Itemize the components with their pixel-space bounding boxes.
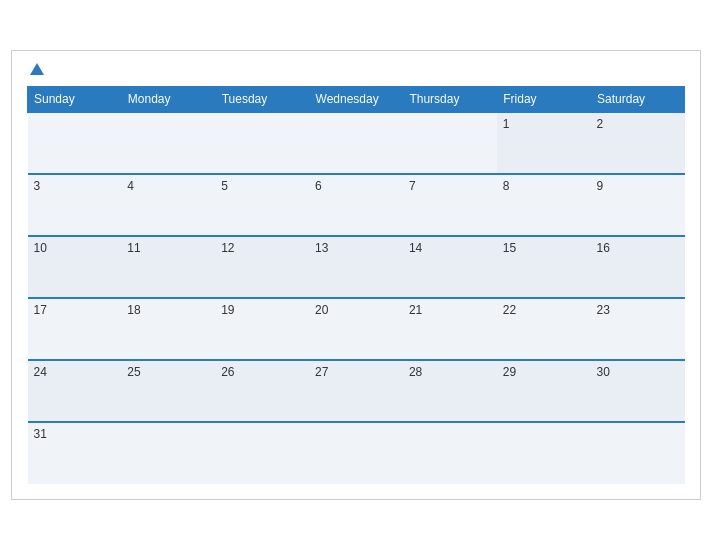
day-number: 9: [597, 179, 604, 193]
calendar-cell: 19: [215, 298, 309, 360]
day-number: 15: [503, 241, 516, 255]
calendar-cell: [591, 422, 685, 484]
calendar-cell: 24: [28, 360, 122, 422]
calendar-cell: 3: [28, 174, 122, 236]
calendar-cell: 29: [497, 360, 591, 422]
week-row-3: 10111213141516: [28, 236, 685, 298]
calendar-cell: 17: [28, 298, 122, 360]
day-number: 16: [597, 241, 610, 255]
weekday-header-saturday: Saturday: [591, 87, 685, 113]
day-number: 4: [127, 179, 134, 193]
week-row-2: 3456789: [28, 174, 685, 236]
day-number: 25: [127, 365, 140, 379]
calendar-cell: 14: [403, 236, 497, 298]
day-number: 24: [34, 365, 47, 379]
calendar-cell: 20: [309, 298, 403, 360]
calendar-cell: 9: [591, 174, 685, 236]
day-number: 20: [315, 303, 328, 317]
day-number: 19: [221, 303, 234, 317]
day-number: 11: [127, 241, 140, 255]
calendar-table: SundayMondayTuesdayWednesdayThursdayFrid…: [27, 86, 685, 484]
calendar-cell: [309, 422, 403, 484]
calendar-cell: [403, 422, 497, 484]
calendar-cell: [215, 112, 309, 174]
weekday-header-tuesday: Tuesday: [215, 87, 309, 113]
week-row-4: 17181920212223: [28, 298, 685, 360]
week-row-1: 12: [28, 112, 685, 174]
calendar-cell: [121, 422, 215, 484]
week-row-5: 24252627282930: [28, 360, 685, 422]
day-number: 22: [503, 303, 516, 317]
day-number: 31: [34, 427, 47, 441]
weekday-header-thursday: Thursday: [403, 87, 497, 113]
weekday-header-friday: Friday: [497, 87, 591, 113]
day-number: 17: [34, 303, 47, 317]
day-number: 27: [315, 365, 328, 379]
calendar-cell: 21: [403, 298, 497, 360]
day-number: 23: [597, 303, 610, 317]
calendar-cell: 12: [215, 236, 309, 298]
day-number: 7: [409, 179, 416, 193]
calendar-cell: 8: [497, 174, 591, 236]
day-number: 29: [503, 365, 516, 379]
calendar-cell: 16: [591, 236, 685, 298]
day-number: 8: [503, 179, 510, 193]
calendar-header: [27, 61, 685, 79]
calendar-cell: [121, 112, 215, 174]
day-number: 2: [597, 117, 604, 131]
day-number: 13: [315, 241, 328, 255]
weekday-header-wednesday: Wednesday: [309, 87, 403, 113]
calendar-cell: [309, 112, 403, 174]
logo-general-text: [27, 61, 44, 79]
calendar-cell: 25: [121, 360, 215, 422]
calendar-cell: 27: [309, 360, 403, 422]
calendar-cell: 26: [215, 360, 309, 422]
logo: [27, 61, 44, 79]
calendar-cell: 10: [28, 236, 122, 298]
logo-triangle-icon: [30, 63, 44, 75]
weekday-header-sunday: Sunday: [28, 87, 122, 113]
calendar-cell: 31: [28, 422, 122, 484]
calendar-cell: 30: [591, 360, 685, 422]
day-number: 3: [34, 179, 41, 193]
calendar-cell: 28: [403, 360, 497, 422]
calendar-cell: 6: [309, 174, 403, 236]
calendar-cell: 15: [497, 236, 591, 298]
day-number: 28: [409, 365, 422, 379]
day-number: 1: [503, 117, 510, 131]
calendar-cell: [215, 422, 309, 484]
day-number: 21: [409, 303, 422, 317]
week-row-6: 31: [28, 422, 685, 484]
day-number: 12: [221, 241, 234, 255]
calendar-cell: [497, 422, 591, 484]
weekday-header-monday: Monday: [121, 87, 215, 113]
calendar-cell: 13: [309, 236, 403, 298]
calendar-cell: 1: [497, 112, 591, 174]
calendar-cell: [403, 112, 497, 174]
calendar-cell: 7: [403, 174, 497, 236]
day-number: 6: [315, 179, 322, 193]
day-number: 30: [597, 365, 610, 379]
calendar-cell: 2: [591, 112, 685, 174]
calendar-cell: 5: [215, 174, 309, 236]
day-number: 26: [221, 365, 234, 379]
day-number: 10: [34, 241, 47, 255]
calendar-cell: 22: [497, 298, 591, 360]
calendar-cell: 11: [121, 236, 215, 298]
calendar: SundayMondayTuesdayWednesdayThursdayFrid…: [11, 50, 701, 501]
day-number: 5: [221, 179, 228, 193]
calendar-cell: 23: [591, 298, 685, 360]
calendar-cell: 4: [121, 174, 215, 236]
calendar-cell: 18: [121, 298, 215, 360]
weekday-header-row: SundayMondayTuesdayWednesdayThursdayFrid…: [28, 87, 685, 113]
calendar-cell: [28, 112, 122, 174]
day-number: 18: [127, 303, 140, 317]
day-number: 14: [409, 241, 422, 255]
